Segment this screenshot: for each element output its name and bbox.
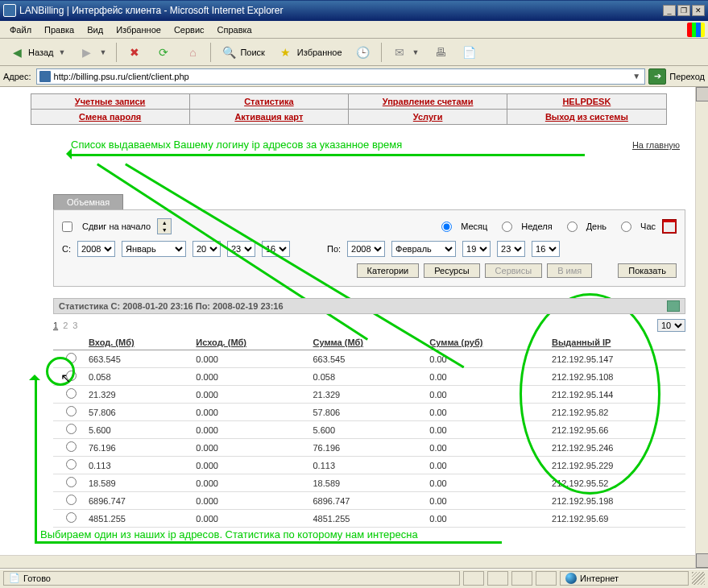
star-icon: ★ [278, 44, 294, 60]
tab-volume[interactable]: Объемная [53, 194, 123, 209]
cell-rub: 0.00 [424, 474, 547, 492]
home-button[interactable]: ⌂ [179, 43, 206, 62]
row-radio[interactable] [66, 512, 77, 523]
status-ready: 📄Готово [3, 571, 460, 586]
page-1[interactable]: 1 [53, 321, 58, 330]
maximize-button[interactable]: ❐ [677, 5, 690, 16]
forward-dropdown-icon[interactable]: ▼ [99, 48, 106, 56]
home-icon: ⌂ [184, 44, 201, 60]
period-week-radio[interactable] [502, 222, 512, 232]
shift-checkbox[interactable] [62, 222, 72, 232]
menu-view[interactable]: Вид [81, 23, 110, 36]
services-button[interactable]: Сервисы [485, 263, 543, 278]
menu-edit[interactable]: Правка [38, 23, 81, 36]
perpage-select[interactable]: 10 [657, 319, 685, 332]
to-month[interactable]: Февраль [391, 241, 456, 257]
to-hour[interactable]: 23 [497, 241, 525, 257]
search-button[interactable]: 🔍 Поиск [215, 43, 270, 62]
edit-button[interactable]: 📄 [456, 43, 483, 62]
cell-out: 0.000 [191, 368, 308, 386]
row-radio[interactable] [66, 424, 77, 434]
nav-logout[interactable]: Выход из системы [545, 112, 628, 122]
annotation-top: Список выдаваемых Вашему логину ip адрес… [71, 139, 402, 151]
cell-out: 0.000 [191, 404, 308, 421]
col-out[interactable]: Исход. (Мб) [191, 335, 308, 350]
status-panel-2 [487, 571, 508, 586]
page-2[interactable]: 2 [63, 321, 68, 330]
menu-tools[interactable]: Сервис [168, 23, 211, 36]
history-button[interactable]: 🕒 [350, 43, 377, 62]
row-radio[interactable] [66, 441, 77, 452]
cell-in: 18.589 [84, 474, 191, 492]
resources-button[interactable]: Ресурсы [424, 263, 479, 278]
nav-accounts[interactable]: Учетные записи [75, 97, 146, 106]
horizontal-scrollbar[interactable] [0, 555, 695, 568]
nav-password[interactable]: Смена пароля [79, 112, 141, 122]
toolbar: ◀ Назад ▼ ▶ ▼ ✖ ⟳ ⌂ 🔍 Поиск ★ Избранное … [0, 39, 708, 66]
nav-services[interactable]: Услуги [413, 112, 443, 122]
to-min[interactable]: 16 [532, 241, 560, 257]
status-zone: Интернет [560, 571, 689, 586]
categories-button[interactable]: Категории [357, 263, 420, 278]
from-month[interactable]: Январь [122, 241, 186, 257]
nav-billing[interactable]: Управление счетами [383, 97, 474, 106]
page-content: Учетные записи Статистика Управление сче… [0, 87, 708, 569]
nav-cards[interactable]: Активация карт [234, 112, 303, 122]
back-dropdown-icon[interactable]: ▼ [59, 48, 66, 56]
edit-icon: 📄 [462, 44, 478, 60]
menu-help[interactable]: Справка [211, 23, 259, 36]
resize-grip[interactable] [692, 572, 705, 585]
menu-file[interactable]: Файл [3, 23, 38, 36]
row-radio[interactable] [66, 406, 77, 416]
address-field[interactable]: ▼ [36, 68, 646, 85]
calendar-icon[interactable] [662, 219, 677, 234]
vertical-scrollbar[interactable] [695, 87, 708, 568]
minimize-button[interactable]: _ [663, 5, 676, 16]
annotation-vertical [35, 377, 37, 543]
forward-button[interactable]: ▶ ▼ [72, 43, 112, 62]
stop-button[interactable]: ✖ [121, 43, 148, 62]
row-radio[interactable] [66, 495, 77, 505]
page-3[interactable]: 3 [72, 321, 77, 330]
shift-label: Сдвиг на начало [82, 222, 151, 231]
annotation-arrowhead-left [60, 148, 72, 159]
favorites-button[interactable]: ★ Избранное [272, 43, 348, 62]
col-in[interactable]: Вход. (Мб) [84, 335, 191, 350]
menu-favorites[interactable]: Избранное [110, 23, 168, 36]
back-button[interactable]: ◀ Назад ▼ [3, 43, 71, 62]
nav-helpdesk[interactable]: HELPDESK [562, 97, 611, 106]
print-report-icon[interactable] [667, 300, 680, 312]
to-name-button[interactable]: В имя [547, 263, 592, 278]
address-bar: Адрес: ▼ ➔ Переход [0, 66, 708, 87]
mail-button[interactable]: ✉▼ [386, 43, 425, 62]
from-year[interactable]: 2008 [77, 241, 115, 257]
cell-rub: 0.00 [424, 457, 547, 474]
period-hour-label: Час [640, 222, 656, 231]
nav-statistics[interactable]: Статистика [244, 97, 294, 106]
address-dropdown-icon[interactable]: ▼ [630, 72, 643, 81]
page-icon-small: 📄 [9, 573, 20, 583]
close-button[interactable]: ✕ [692, 5, 705, 16]
cell-out: 0.000 [191, 350, 308, 368]
go-button[interactable]: ➔ [648, 68, 666, 85]
print-button[interactable]: 🖶 [427, 43, 454, 62]
row-radio[interactable] [66, 459, 77, 470]
cell-out: 0.000 [191, 386, 308, 404]
url-input[interactable] [54, 72, 631, 81]
show-button[interactable]: Показать [618, 263, 677, 278]
refresh-button[interactable]: ⟳ [150, 43, 177, 62]
period-month-radio[interactable] [441, 222, 452, 232]
from-hour[interactable]: 23 [227, 241, 255, 257]
shift-spinner[interactable]: ▲▼ [157, 218, 172, 234]
to-day[interactable]: 19 [462, 241, 491, 257]
cell-sum: 0.058 [308, 368, 425, 386]
period-day-radio[interactable] [567, 222, 578, 232]
to-year[interactable]: 2008 [347, 241, 385, 257]
go-label: Переход [669, 72, 705, 81]
row-radio[interactable] [66, 477, 77, 487]
row-radio[interactable] [66, 388, 77, 399]
ie-icon [3, 4, 16, 17]
period-hour-radio[interactable] [621, 222, 631, 232]
status-panel-3 [511, 571, 532, 586]
to-main-link[interactable]: На главную [632, 140, 680, 150]
